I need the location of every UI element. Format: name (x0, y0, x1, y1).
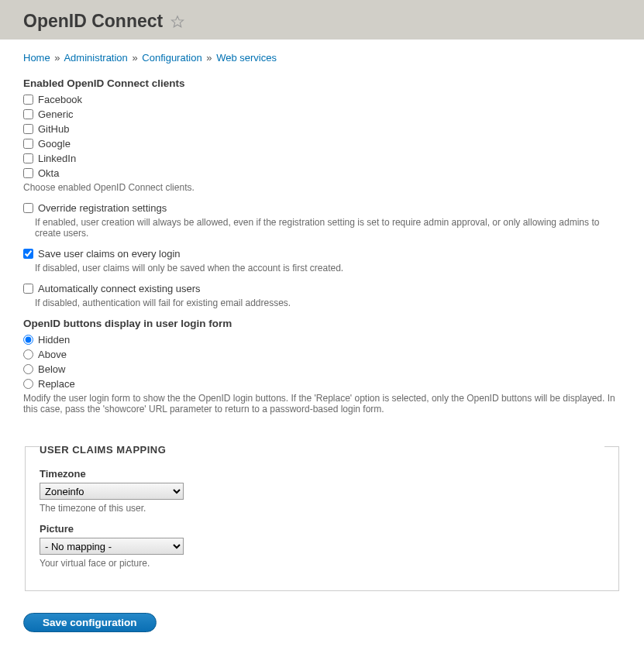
client-checkbox-okta[interactable] (23, 168, 33, 178)
timezone-help: The timezone of this user. (40, 503, 604, 514)
user-claims-mapping-fieldset: USER CLAIMS MAPPING Timezone Zoneinfo Th… (25, 433, 619, 591)
client-checkbox-google[interactable] (23, 139, 33, 149)
client-label: LinkedIn (38, 153, 76, 164)
client-checkbox-github[interactable] (23, 124, 33, 134)
buttons-display-radio-hidden[interactable] (23, 335, 33, 345)
buttons-display-radio-replace[interactable] (23, 379, 33, 389)
client-label: Okta (38, 167, 59, 179)
picture-help: Your virtual face or picture. (40, 558, 604, 569)
enabled-clients-label: Enabled OpenID Connect clients (23, 77, 621, 89)
picture-label: Picture (40, 523, 604, 535)
radio-label: Replace (38, 378, 75, 390)
timezone-select[interactable]: Zoneinfo (40, 483, 184, 500)
breadcrumb-configuration[interactable]: Configuration (142, 52, 201, 64)
override-registration-checkbox[interactable] (23, 203, 33, 213)
client-checkbox-linkedin[interactable] (23, 153, 33, 163)
svg-marker-0 (171, 15, 183, 26)
buttons-display-radio-above[interactable] (23, 349, 33, 359)
override-registration-label: Override registration settings (38, 202, 167, 214)
buttons-display-help: Modify the user login form to show the t… (23, 393, 621, 414)
star-icon[interactable] (170, 15, 184, 29)
radio-label: Hidden (38, 334, 70, 346)
buttons-display-label: OpenID buttons display in user login for… (23, 318, 621, 329)
breadcrumb-web-services[interactable]: Web services (216, 52, 277, 64)
save-claims-label: Save user claims on every login (38, 248, 181, 260)
breadcrumb-administration[interactable]: Administration (64, 52, 127, 64)
radio-label: Below (38, 363, 65, 375)
auto-connect-help: If disabled, authentication will fail fo… (35, 298, 621, 308)
save-configuration-button[interactable]: Save configuration (23, 613, 157, 632)
override-registration-help: If enabled, user creation will always be… (35, 217, 621, 239)
breadcrumb-home[interactable]: Home (23, 52, 50, 64)
buttons-display-radio-below[interactable] (23, 364, 33, 374)
timezone-label: Timezone (40, 468, 604, 480)
picture-select[interactable]: - No mapping - (40, 538, 184, 555)
radio-label: Above (38, 349, 67, 360)
client-label: Google (38, 138, 71, 150)
client-label: Facebook (38, 94, 82, 105)
client-label: Generic (38, 108, 74, 120)
breadcrumb: Home » Administration » Configuration » … (23, 52, 621, 64)
enabled-clients-help: Choose enabled OpenID Connect clients. (23, 182, 621, 193)
save-claims-checkbox[interactable] (23, 249, 33, 259)
auto-connect-checkbox[interactable] (23, 284, 33, 294)
page-title-bar: OpenID Connect (0, 0, 644, 40)
client-checkbox-facebook[interactable] (23, 95, 33, 105)
auto-connect-label: Automatically connect existing users (38, 283, 201, 294)
page-title: OpenID Connect (23, 11, 163, 32)
user-claims-mapping-legend: USER CLAIMS MAPPING (40, 433, 604, 460)
save-claims-help: If disabled, user claims will only be sa… (35, 263, 621, 273)
client-checkbox-generic[interactable] (23, 109, 33, 119)
client-label: GitHub (38, 123, 69, 135)
